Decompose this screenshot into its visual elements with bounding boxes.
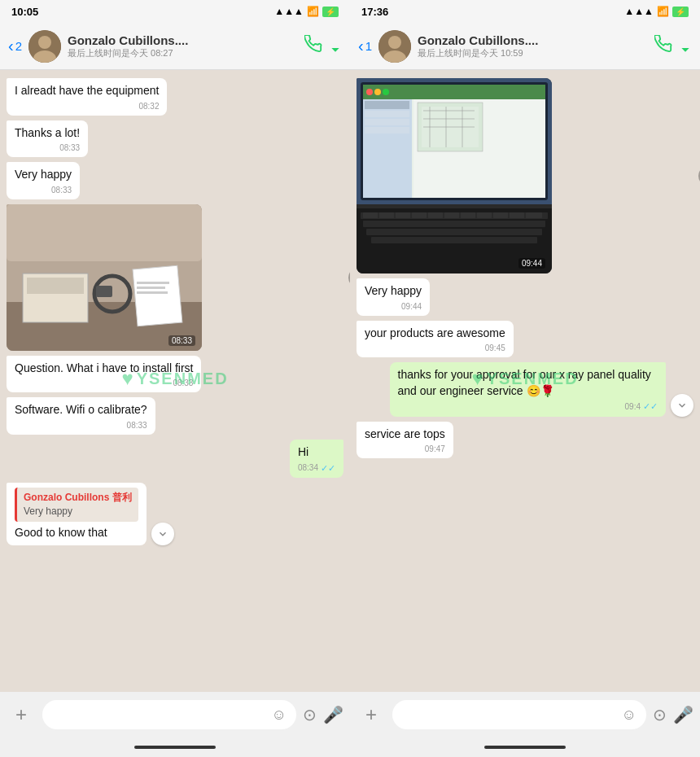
left-phone-panel: 10:05 ▲▲▲ 📶 ⚡ ‹ 2 Gonzalo Cubillons.... … <box>0 0 350 757</box>
quoted-text: Very happy <box>24 505 132 519</box>
right-camera-button[interactable]: ⊙ <box>653 705 667 724</box>
svg-rect-5 <box>7 204 202 261</box>
right-last-seen: 最后上线时间是今天 10:59 <box>418 47 648 59</box>
msg-time: 08:32 <box>138 101 159 112</box>
quoted-message: Gonzalo Cubillons 普利 Very happy <box>15 488 138 522</box>
msg-text: Software. Wifi o calibrate? <box>15 402 147 418</box>
left-text-input[interactable]: ☺ <box>42 700 296 729</box>
right-emoji-icon[interactable]: ☺ <box>622 707 637 724</box>
right-battery-icon: ⚡ <box>672 7 689 17</box>
msg-footer: 09:44 <box>365 301 422 313</box>
right-call-button[interactable] <box>654 35 692 58</box>
table-row: service are tops 09:47 <box>357 422 693 459</box>
msg-ticks: ✓✓ <box>321 462 335 475</box>
left-wifi-icon: 📶 <box>307 6 319 17</box>
right-attach-button[interactable]: + <box>357 700 386 729</box>
msg-footer: 08:33 <box>15 185 72 196</box>
msg-bubble: Software. Wifi o calibrate? 08:33 <box>7 397 155 435</box>
svg-rect-42 <box>366 229 542 235</box>
right-back-button[interactable]: ‹ 1 <box>358 37 372 55</box>
right-phone-panel: 17:36 ▲▲▲ 📶 ⚡ ‹ 1 Gonzalo Cubillons.... … <box>350 0 700 757</box>
msg-text: Thanks a lot! <box>15 125 80 142</box>
msg-bubble-sent: Hi 08:34 ✓✓ <box>290 440 343 478</box>
svg-rect-9 <box>133 265 182 326</box>
svg-rect-37 <box>365 127 409 133</box>
msg-text: your products are awesome <box>365 326 505 342</box>
scroll-down-button[interactable] <box>151 523 174 545</box>
left-home-bar <box>0 737 350 757</box>
msg-time-overlay: 08:33 <box>168 335 195 346</box>
msg-footer: 09:47 <box>365 444 445 455</box>
msg-bubble: service are tops 09:47 <box>357 422 453 459</box>
right-status-bar: 17:36 ▲▲▲ 📶 ⚡ <box>350 0 700 23</box>
right-home-indicator <box>484 746 566 749</box>
svg-point-22 <box>374 89 381 95</box>
right-mic-button[interactable]: 🎤 <box>673 705 693 724</box>
table-row: Software. Wifi o calibrate? 08:33 <box>7 397 343 435</box>
table-row: Very happy 09:44 <box>357 278 693 316</box>
msg-text: Very happy <box>365 283 422 300</box>
msg-time: 09:45 <box>485 343 505 354</box>
table-row: Hi 08:34 ✓✓ <box>7 440 343 478</box>
msg-bubble: Very happy 08:33 <box>7 162 80 199</box>
laptop-image <box>357 78 552 273</box>
msg-footer: 09:4 ✓✓ <box>398 400 658 413</box>
right-contact-info: Gonzalo Cubillons.... 最后上线时间是今天 10:59 <box>418 33 648 59</box>
msg-text: service are tops <box>365 427 445 443</box>
table-row: Very happy 08:33 <box>7 162 343 199</box>
left-camera-button[interactable]: ⊙ <box>303 705 317 724</box>
svg-rect-47 <box>412 212 427 218</box>
svg-point-21 <box>366 89 373 95</box>
left-battery-icon: ⚡ <box>322 7 339 17</box>
table-row: 08:33 ↪ <box>7 204 343 351</box>
msg-text: Very happy <box>15 167 72 183</box>
left-attach-button[interactable]: + <box>7 700 36 729</box>
left-avatar <box>28 30 61 63</box>
right-wifi-icon: 📶 <box>657 6 669 17</box>
msg-time: 08:33 <box>127 420 147 431</box>
msg-laptop-image-bubble: 09:44 <box>357 78 552 273</box>
right-input-bar: + ☺ ⊙ 🎤 <box>350 692 700 737</box>
left-mic-button[interactable]: 🎤 <box>323 705 343 724</box>
left-status-bar: 10:05 ▲▲▲ 📶 ⚡ <box>0 0 350 23</box>
table-row: your products are awesome 09:45 <box>357 321 693 358</box>
msg-time: 08:33 <box>173 378 193 389</box>
svg-rect-13 <box>96 286 112 297</box>
msg-bubble: Question. What i have to install first 0… <box>7 356 201 393</box>
svg-rect-45 <box>379 212 394 218</box>
left-contact-info: Gonzalo Cubillons.... 最后上线时间是今天 08:27 <box>68 33 298 59</box>
table-row: Question. What i have to install first 0… <box>7 356 343 393</box>
right-status-icons: ▲▲▲ 📶 ⚡ <box>624 6 689 17</box>
svg-point-1 <box>38 36 51 49</box>
svg-rect-52 <box>493 212 508 218</box>
right-home-bar <box>350 737 700 757</box>
scroll-down-button-right[interactable] <box>671 394 693 417</box>
left-emoji-icon[interactable]: ☺ <box>272 707 287 724</box>
left-time: 10:05 <box>11 6 38 18</box>
msg-text: Question. What i have to install first <box>15 361 193 377</box>
msg-time: 08:33 <box>51 185 72 196</box>
left-input-bar: + ☺ ⊙ 🎤 <box>0 692 350 737</box>
svg-rect-51 <box>477 212 492 218</box>
right-time: 17:36 <box>361 6 388 18</box>
msg-footer: 09:45 <box>365 343 505 354</box>
left-last-seen: 最后上线时间是今天 08:27 <box>68 47 298 59</box>
msg-bubble-sent: thanks for your approval for our x ray p… <box>390 362 666 417</box>
svg-rect-36 <box>365 119 409 125</box>
svg-rect-41 <box>363 221 545 227</box>
msg-bubble: Thanks a lot! 08:33 <box>7 120 88 158</box>
svg-rect-20 <box>363 85 545 99</box>
svg-rect-50 <box>461 212 475 218</box>
left-signal-icon: ▲▲▲ <box>274 6 304 17</box>
msg-footer: 08:33 <box>15 142 80 154</box>
msg-time: 09:47 <box>425 444 445 455</box>
svg-rect-38 <box>357 204 552 208</box>
left-back-button[interactable]: ‹ 2 <box>8 37 22 55</box>
right-text-input[interactable]: ☺ <box>392 700 646 729</box>
left-call-button[interactable] <box>304 35 342 58</box>
svg-rect-53 <box>510 212 524 218</box>
quoted-author: Gonzalo Cubillons 普利 <box>24 491 132 505</box>
svg-rect-12 <box>137 291 168 294</box>
svg-rect-44 <box>363 212 378 218</box>
msg-footer: 08:33 <box>15 420 147 431</box>
